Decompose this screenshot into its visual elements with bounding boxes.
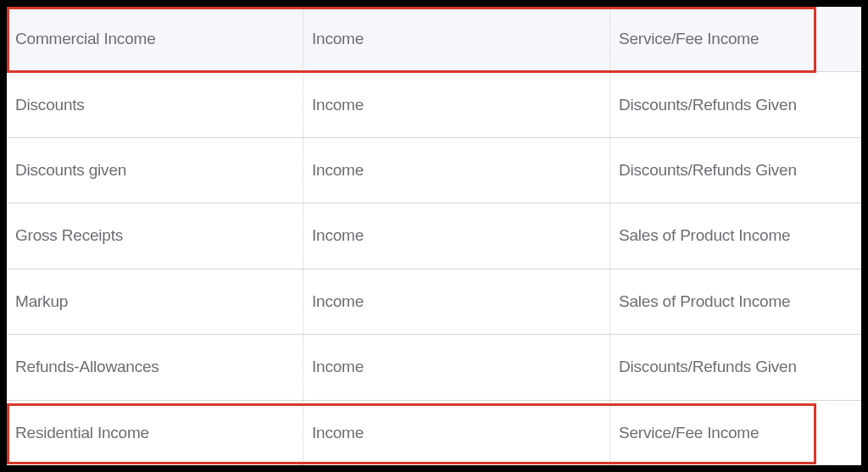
account-type: Income [312,30,364,48]
table-row[interactable]: Gross Receipts Income Sales of Product I… [7,203,861,269]
account-name-cell: Commercial Income [7,7,303,71]
account-name-cell: Discounts [7,72,303,136]
account-detail-cell: Sales of Product Income [610,269,861,334]
account-type: Income [312,96,364,114]
account-detail: Service/Fee Income [619,424,759,442]
account-detail: Sales of Product Income [619,226,790,245]
account-type-cell: Income [303,72,610,136]
account-detail-cell: Sales of Product Income [610,203,861,268]
account-detail: Discounts/Refunds Given [619,161,797,180]
account-name: Gross Receipts [15,226,123,245]
accounts-table-container: Commercial Income Income Service/Fee Inc… [7,7,861,465]
table-row[interactable]: Commercial Income Income Service/Fee Inc… [7,7,861,72]
account-type-cell: Income [303,401,610,465]
account-detail: Sales of Product Income [619,292,790,311]
table-row[interactable]: Refunds-Allowances Income Discounts/Refu… [7,335,861,400]
account-type: Income [312,424,364,442]
account-type: Income [312,358,364,376]
table-row[interactable]: Discounts given Income Discounts/Refunds… [7,138,861,203]
account-name-cell: Discounts given [7,138,303,203]
account-type-cell: Income [303,138,610,203]
account-detail-cell: Service/Fee Income [610,7,861,71]
account-name: Markup [15,292,68,311]
account-type-cell: Income [303,269,610,334]
account-type: Income [312,292,364,311]
account-detail: Discounts/Refunds Given [619,96,797,114]
account-type-cell: Income [303,335,610,399]
account-name: Residential Income [15,424,149,442]
table-row[interactable]: Discounts Income Discounts/Refunds Given [7,72,861,137]
account-detail-cell: Discounts/Refunds Given [610,335,861,399]
account-detail-cell: Discounts/Refunds Given [610,72,861,136]
account-name-cell: Gross Receipts [7,203,303,268]
account-name-cell: Refunds-Allowances [7,335,303,399]
account-detail-cell: Service/Fee Income [610,401,861,465]
account-name: Discounts [15,96,85,114]
account-detail: Service/Fee Income [619,30,759,48]
account-detail: Discounts/Refunds Given [619,358,797,376]
account-name: Discounts given [15,161,126,180]
account-type: Income [312,226,364,245]
account-name-cell: Residential Income [7,401,303,465]
account-name: Refunds-Allowances [15,358,159,376]
account-name-cell: Markup [7,269,303,334]
account-detail-cell: Discounts/Refunds Given [610,138,861,203]
accounts-table: Commercial Income Income Service/Fee Inc… [7,7,861,465]
table-row[interactable]: Markup Income Sales of Product Income [7,269,861,335]
account-name: Commercial Income [15,30,156,48]
account-type-cell: Income [303,7,610,71]
table-row[interactable]: Residential Income Income Service/Fee In… [7,401,861,465]
account-type-cell: Income [303,203,610,268]
account-type: Income [312,161,364,180]
